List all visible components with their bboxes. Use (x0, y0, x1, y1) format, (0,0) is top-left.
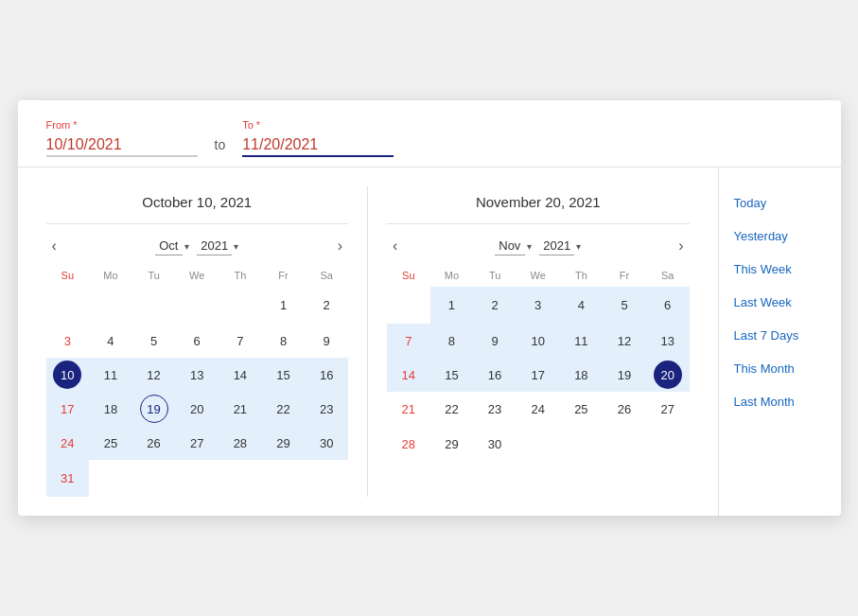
table-row[interactable]: 5 (603, 287, 646, 324)
table-row[interactable]: 9 (305, 324, 348, 358)
table-row[interactable]: 18 (560, 358, 604, 392)
to-input[interactable] (242, 134, 394, 157)
table-row[interactable]: 19 (132, 392, 176, 426)
table-row[interactable]: 24 (46, 426, 90, 460)
table-row[interactable]: 28 (387, 426, 430, 463)
table-row[interactable]: 4 (560, 287, 604, 324)
preset-item-today[interactable]: Today (734, 186, 826, 220)
right-prev-btn[interactable]: ‹ (387, 236, 403, 256)
table-row[interactable]: 31 (46, 460, 90, 497)
table-row[interactable]: 11 (89, 358, 132, 392)
right-header-su: Su (387, 266, 430, 287)
table-row[interactable]: 27 (646, 392, 690, 426)
table-row[interactable]: 16 (473, 358, 517, 392)
table-row (132, 287, 176, 324)
table-row[interactable]: 24 (517, 392, 560, 426)
preset-item-yesterday[interactable]: Yesterday (734, 220, 826, 253)
table-row[interactable]: 22 (430, 392, 474, 426)
table-row[interactable]: 6 (646, 287, 690, 324)
right-header-date: November 20, 2021 (387, 186, 690, 224)
table-row[interactable]: 20 (646, 358, 690, 392)
table-row[interactable]: 11 (560, 324, 604, 358)
table-row[interactable]: 27 (175, 426, 219, 460)
table-row[interactable]: 19 (603, 358, 646, 392)
left-header-th: Th (219, 266, 262, 287)
table-row[interactable]: 9 (473, 324, 517, 358)
left-prev-btn[interactable]: ‹ (46, 236, 62, 256)
right-header-sa: Sa (646, 266, 690, 287)
table-row[interactable]: 8 (262, 324, 306, 358)
table-row[interactable]: 22 (262, 392, 306, 426)
table-row[interactable]: 23 (473, 392, 517, 426)
table-row[interactable]: 28 (219, 426, 262, 460)
right-month-select[interactable]: Nov (495, 237, 525, 255)
table-row[interactable]: 13 (175, 358, 219, 392)
table-row[interactable]: 20 (175, 392, 219, 426)
table-row[interactable]: 10 (517, 324, 560, 358)
table-row[interactable]: 29 (430, 426, 474, 463)
table-row[interactable]: 13 (646, 324, 690, 358)
table-row[interactable]: 3 (517, 287, 560, 324)
table-row[interactable]: 26 (132, 426, 176, 460)
table-row[interactable]: 23 (305, 392, 348, 426)
presets-panel: TodayYesterdayThis WeekLast WeekLast 7 D… (718, 167, 841, 516)
table-row (646, 426, 690, 463)
table-row[interactable]: 10 (46, 358, 90, 392)
table-row (517, 426, 560, 463)
table-row[interactable]: 26 (603, 392, 646, 426)
table-row[interactable]: 12 (603, 324, 646, 358)
table-row (305, 460, 348, 497)
preset-item-this-week[interactable]: This Week (734, 253, 826, 286)
table-row[interactable]: 21 (387, 392, 430, 426)
table-row[interactable]: 12 (132, 358, 176, 392)
table-row (219, 460, 262, 497)
table-row[interactable]: 30 (305, 426, 348, 460)
preset-item-last-7-days[interactable]: Last 7 Days (734, 319, 826, 352)
table-row[interactable]: 2 (305, 287, 348, 324)
preset-item-last-month[interactable]: Last Month (734, 385, 826, 418)
table-row[interactable]: 14 (387, 358, 430, 392)
table-row[interactable]: 15 (262, 358, 306, 392)
table-row[interactable]: 15 (430, 358, 474, 392)
right-month-select-wrapper: Nov (495, 237, 532, 255)
table-row[interactable]: 21 (219, 392, 262, 426)
from-label: From * (46, 119, 198, 131)
table-row[interactable]: 25 (89, 426, 132, 460)
right-year-select[interactable]: 2021 (539, 237, 574, 255)
table-row[interactable]: 30 (473, 426, 517, 463)
preset-item-last-week[interactable]: Last Week (734, 286, 826, 319)
table-row[interactable]: 17 (517, 358, 560, 392)
to-label: To * (242, 119, 394, 131)
table-row[interactable]: 7 (219, 324, 262, 358)
table-row[interactable]: 1 (262, 287, 306, 324)
table-row[interactable]: 16 (305, 358, 348, 392)
left-next-btn[interactable]: › (332, 236, 348, 256)
left-cal-nav: ‹ Oct 2021 › (46, 236, 349, 256)
table-row[interactable]: 6 (175, 324, 219, 358)
table-row[interactable]: 7 (387, 324, 430, 358)
right-year-select-wrapper: 2021 (539, 237, 581, 255)
right-next-btn[interactable]: › (673, 236, 689, 256)
table-row[interactable]: 29 (262, 426, 306, 460)
left-day-grid: Su Mo Tu We Th Fr Sa 1234567891011121314… (46, 266, 349, 497)
left-month-select[interactable]: Oct (155, 237, 183, 255)
table-row[interactable]: 5 (132, 324, 176, 358)
from-input-group: From * (46, 119, 198, 157)
to-input-group: To * (242, 119, 394, 157)
right-calendar: November 20, 2021 ‹ Nov 2021 (377, 186, 699, 497)
table-row (387, 287, 430, 324)
from-input[interactable] (46, 134, 198, 157)
table-row[interactable]: 3 (46, 324, 90, 358)
table-row[interactable]: 18 (89, 392, 132, 426)
left-year-select[interactable]: 2021 (197, 237, 232, 255)
preset-item-this-month[interactable]: This Month (734, 352, 826, 385)
left-header-date: October 10, 2021 (46, 186, 349, 224)
table-row[interactable]: 8 (430, 324, 474, 358)
table-row[interactable]: 17 (46, 392, 90, 426)
table-row[interactable]: 4 (89, 324, 132, 358)
table-row[interactable]: 2 (473, 287, 517, 324)
table-row[interactable]: 25 (560, 392, 604, 426)
table-row[interactable]: 1 (430, 287, 474, 324)
to-separator: to (207, 137, 234, 152)
table-row[interactable]: 14 (219, 358, 262, 392)
